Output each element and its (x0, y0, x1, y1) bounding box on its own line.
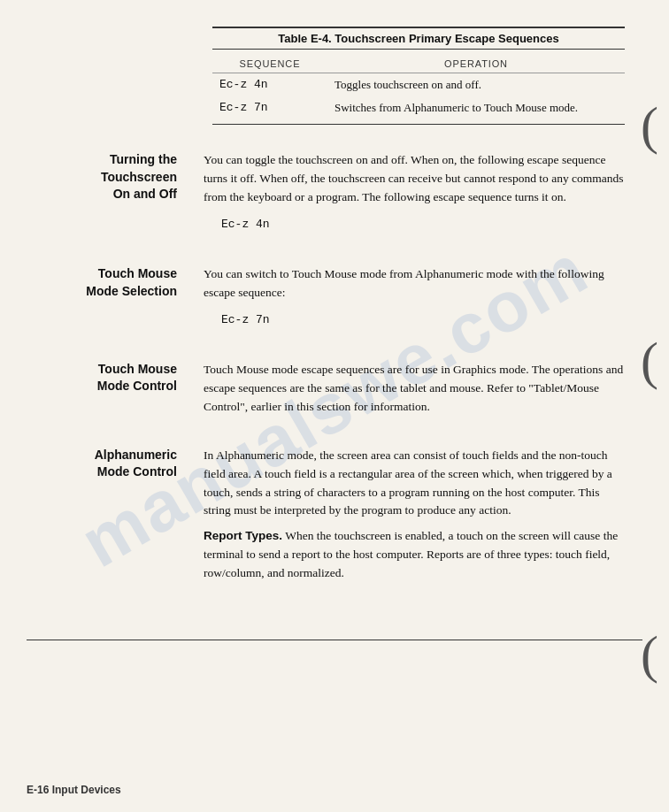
section-para-3: Touch Mouse mode escape sequences are fo… (204, 361, 625, 417)
section-body-mode-control: Touch Mouse mode escape sequences are fo… (204, 361, 625, 424)
code-block-turning: Ec-z 4n (221, 216, 625, 234)
main-content: Table E-4. Touchscreen Primary Escape Se… (0, 0, 669, 640)
code-block-mode-selection: Ec-z 7n (221, 311, 625, 329)
sequence-cell: Ec-z 7n (212, 96, 327, 122)
page: manualswe.com ( ( ( Table E-4. Touchscre… (0, 0, 669, 812)
table-row: Ec-z 4n Toggles touchscreen on and off. (212, 73, 625, 97)
report-types-label: Report Types. (204, 529, 282, 542)
section-label-text: Touch MouseMode Control (27, 361, 177, 395)
table-header-row: SEQUENCE OPERATION (212, 55, 625, 73)
table-title: Table E-4. Touchscreen Primary Escape Se… (212, 27, 625, 50)
section-label-mode-control: Touch MouseMode Control (27, 361, 204, 424)
section-label-text: AlphanumericMode Control (27, 447, 177, 481)
footer: E-16 Input Devices (27, 784, 121, 796)
footer-line (27, 640, 642, 640)
operation-cell: Switches from Alphanumeric to Touch Mous… (327, 96, 625, 122)
col-header-operation: OPERATION (327, 55, 625, 73)
table-section: Table E-4. Touchscreen Primary Escape Se… (212, 27, 625, 125)
col-header-sequence: SEQUENCE (212, 55, 327, 73)
section-para-1: You can toggle the touchscreen on and of… (204, 151, 625, 207)
section-para-report-types: Report Types. When the touchscreen is en… (204, 527, 625, 583)
sequence-cell: Ec-z 4n (212, 73, 327, 97)
section-label-text: Turning theTouchscreenOn and Off (27, 151, 177, 203)
operation-cell: Toggles touchscreen on and off. (327, 73, 625, 97)
section-para-4: In Alphanumeric mode, the screen area ca… (204, 447, 625, 521)
section-label-turning: Turning theTouchscreenOn and Off (27, 151, 204, 242)
section-body-turning: You can toggle the touchscreen on and of… (204, 151, 625, 242)
table-row: Ec-z 7n Switches from Alphanumeric to To… (212, 96, 625, 122)
table-bottom-border (212, 124, 625, 125)
section-label-mode-selection: Touch MouseMode Selection (27, 265, 204, 338)
section-label-alphanumeric: AlphanumericMode Control (27, 447, 204, 590)
section-label-text: Touch MouseMode Selection (27, 265, 177, 300)
section-body-mode-selection: You can switch to Touch Mouse mode from … (204, 265, 625, 338)
section-touch-mouse-mode-selection: Touch MouseMode Selection You can switch… (0, 265, 669, 338)
sequence-table: SEQUENCE OPERATION Ec-z 4n Toggles touch… (212, 55, 625, 122)
section-alphanumeric-mode-control: AlphanumericMode Control In Alphanumeric… (0, 447, 669, 590)
section-touch-mouse-mode-control: Touch MouseMode Control Touch Mouse mode… (0, 361, 669, 424)
section-para-2: You can switch to Touch Mouse mode from … (204, 265, 625, 303)
section-body-alphanumeric: In Alphanumeric mode, the screen area ca… (204, 447, 625, 590)
section-turning-touchscreen: Turning theTouchscreenOn and Off You can… (0, 151, 669, 242)
